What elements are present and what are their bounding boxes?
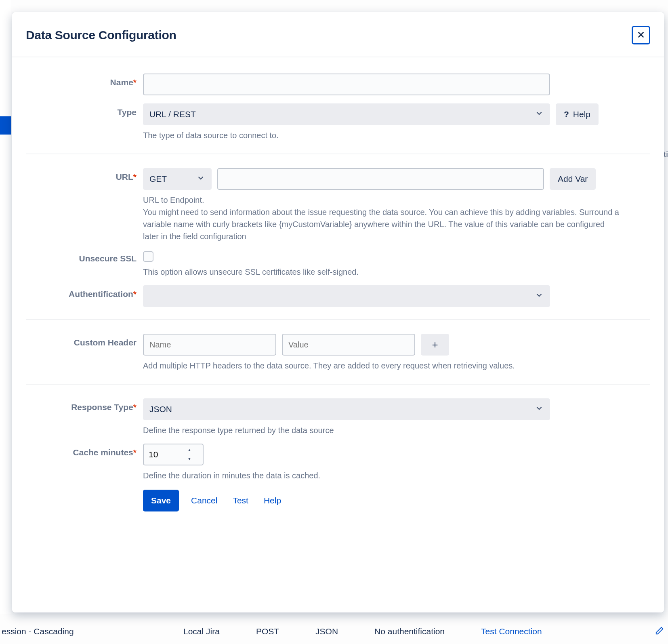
- cache-minutes-input-wrap: ▲ ▼: [143, 444, 204, 465]
- form-row-unsecure-ssl: Unsecure SSL This option allows unsecure…: [26, 250, 650, 278]
- url-help-text: URL to Endpoint. You might need to send …: [143, 194, 620, 242]
- custom-header-value-input[interactable]: [282, 334, 415, 356]
- form-row-type: Type URL / REST ? Help The type of data: [26, 103, 650, 141]
- modal-title: Data Source Configuration: [26, 28, 176, 42]
- test-button-label: Test: [233, 496, 248, 505]
- label-name-text: Name: [110, 78, 133, 87]
- label-auth-text: Authentification: [69, 289, 133, 299]
- required-star: *: [133, 78, 137, 87]
- background-sidebar-strip: [0, 0, 11, 614]
- chevron-down-icon: [535, 109, 544, 120]
- footer-actions: Save Cancel Test Help: [143, 490, 641, 511]
- add-var-button-label: Add Var: [558, 174, 588, 184]
- http-method-value: GET: [149, 174, 167, 184]
- edit-icon[interactable]: [655, 626, 664, 637]
- label-custom-header: Custom Header: [26, 334, 143, 347]
- background-table-row: ession - Cascading Local Jira POST JSON …: [0, 619, 668, 644]
- test-button[interactable]: Test: [229, 490, 252, 511]
- form-row-custom-header: Custom Header + Add multiple HTTP header…: [26, 334, 650, 372]
- plus-icon: +: [432, 339, 438, 351]
- save-button-label: Save: [151, 496, 171, 505]
- label-type-text: Type: [118, 107, 137, 117]
- label-cache-minutes-text: Cache minutes: [73, 448, 133, 457]
- required-star: *: [133, 172, 137, 181]
- form-row-response-type: Response Type* JSON Define the response …: [26, 398, 650, 436]
- add-header-button[interactable]: +: [421, 334, 449, 356]
- label-custom-header-text: Custom Header: [74, 338, 137, 347]
- form-row-url: URL* GET Add Var URL to Endpoint. You mi: [26, 168, 650, 242]
- close-button[interactable]: [632, 26, 650, 44]
- number-stepper: ▲ ▼: [184, 446, 195, 463]
- divider-1: [26, 154, 650, 154]
- unsecure-ssl-checkbox[interactable]: [143, 251, 153, 262]
- background-sidebar-active: [0, 116, 11, 135]
- chevron-down-icon: [535, 291, 544, 302]
- response-type-select[interactable]: JSON: [143, 398, 550, 420]
- close-icon: [636, 30, 645, 40]
- custom-header-help-text: Add multiple HTTP headers to the data so…: [143, 360, 641, 372]
- label-unsecure-ssl-text: Unsecure SSL: [79, 254, 137, 263]
- label-url-text: URL: [116, 172, 133, 181]
- modal-header: Data Source Configuration: [12, 12, 664, 57]
- required-star: *: [133, 289, 137, 299]
- bg-row-method: POST: [256, 627, 279, 636]
- cache-minutes-input[interactable]: [144, 444, 184, 465]
- label-type: Type: [26, 103, 143, 117]
- bg-row-source: Local Jira: [183, 627, 220, 636]
- type-help-button[interactable]: ? Help: [556, 103, 599, 125]
- help-icon: ?: [564, 109, 569, 119]
- name-input[interactable]: [143, 74, 550, 95]
- bg-row-name: ession - Cascading: [2, 627, 147, 636]
- modal-body: Name* Type URL / REST: [12, 57, 664, 612]
- bg-row-test-connection-link[interactable]: Test Connection: [481, 627, 542, 636]
- help-button[interactable]: Help: [260, 490, 284, 511]
- label-url: URL*: [26, 168, 143, 182]
- form-row-cache-minutes: Cache minutes* ▲ ▼ Define the duration i…: [26, 444, 650, 511]
- stepper-up-button[interactable]: ▲: [184, 446, 195, 455]
- data-source-config-modal: Data Source Configuration Name* Type: [12, 12, 664, 612]
- cache-minutes-help-text: Define the duration in minutes the data …: [143, 469, 641, 482]
- cancel-button[interactable]: Cancel: [188, 490, 221, 511]
- http-method-select[interactable]: GET: [143, 168, 212, 190]
- custom-header-name-input[interactable]: [143, 334, 276, 356]
- save-button[interactable]: Save: [143, 490, 179, 511]
- label-name: Name*: [26, 74, 143, 87]
- type-help-button-label: Help: [573, 109, 590, 119]
- unsecure-ssl-help-text: This option allows unsecure SSL certific…: [143, 266, 641, 278]
- required-star: *: [133, 402, 137, 412]
- type-help-text: The type of data source to connect to.: [143, 129, 641, 141]
- response-type-value: JSON: [149, 404, 172, 414]
- label-unsecure-ssl: Unsecure SSL: [26, 250, 143, 263]
- divider-3: [26, 384, 650, 385]
- form-row-auth: Authentification*: [26, 285, 650, 307]
- cancel-button-label: Cancel: [191, 496, 217, 505]
- type-select-value: URL / REST: [149, 109, 196, 119]
- chevron-down-icon: [535, 404, 544, 415]
- label-cache-minutes: Cache minutes*: [26, 444, 143, 457]
- url-input[interactable]: [217, 168, 544, 190]
- stepper-down-button[interactable]: ▼: [184, 455, 195, 463]
- authentification-select[interactable]: [143, 285, 550, 307]
- bg-row-format: JSON: [315, 627, 338, 636]
- type-select[interactable]: URL / REST: [143, 103, 550, 125]
- form-row-name: Name*: [26, 74, 650, 95]
- label-authentification: Authentification*: [26, 285, 143, 299]
- bg-row-auth: No authentification: [374, 627, 445, 636]
- chevron-down-icon: [196, 174, 205, 185]
- add-var-button[interactable]: Add Var: [550, 168, 596, 190]
- label-response-type-text: Response Type: [71, 402, 133, 412]
- divider-2: [26, 319, 650, 320]
- response-type-help-text: Define the response type returned by the…: [143, 424, 641, 436]
- help-button-label: Help: [264, 496, 281, 505]
- required-star: *: [133, 448, 137, 457]
- label-response-type: Response Type*: [26, 398, 143, 412]
